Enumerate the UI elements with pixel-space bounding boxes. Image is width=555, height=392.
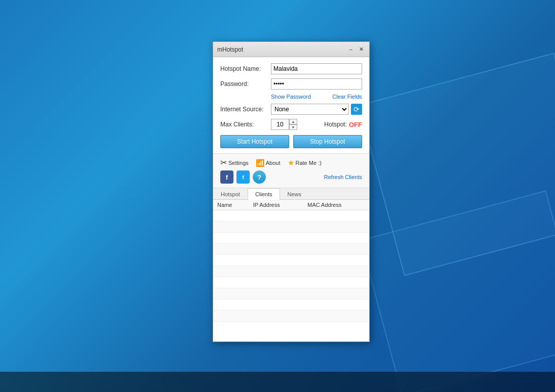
clients-input-wrap: ▲ ▼ <box>271 119 297 130</box>
clients-table-body <box>213 210 369 322</box>
tab-clients[interactable]: Clients <box>248 188 280 200</box>
form-section: Hotspot Name: Password: Show Password Cl… <box>213 57 369 154</box>
toolbar-row1: ✂ Settings 📶 About ★ Rate Me :) <box>220 158 362 167</box>
app-content: Hotspot Name: Password: Show Password Cl… <box>213 57 369 341</box>
clients-decrement[interactable]: ▼ <box>289 124 297 130</box>
refresh-clients-button[interactable]: Refresh Clients <box>324 174 362 180</box>
hotspot-status-display: Hotspot: OFF <box>324 121 362 128</box>
settings-toolbar-item[interactable]: ✂ Settings <box>220 158 249 167</box>
table-row <box>213 244 369 255</box>
password-label: Password: <box>220 80 271 88</box>
max-clients-label: Max Clients: <box>220 121 271 128</box>
password-links: Show Password Clear Fields <box>271 94 362 100</box>
settings-icon: ✂ <box>220 158 227 167</box>
about-toolbar-item[interactable]: 📶 About <box>256 159 281 167</box>
tabs-section: Hotspot Clients News Name IP Address MAC… <box>213 188 369 341</box>
twitter-button[interactable]: t <box>236 170 250 184</box>
table-row <box>213 233 369 244</box>
close-button[interactable]: ✕ <box>357 46 365 54</box>
hotspot-status-value: OFF <box>349 121 362 128</box>
col-header-ip: IP Address <box>249 200 304 210</box>
table-row <box>213 277 369 288</box>
table-row <box>213 299 369 311</box>
table-row <box>213 255 369 266</box>
internet-source-label: Internet Source: <box>220 106 271 113</box>
help-button[interactable]: ? <box>253 170 266 184</box>
wifi-icon: 📶 <box>256 159 264 167</box>
internet-source-row: Internet Source: None ⟳ <box>220 104 362 115</box>
clients-table-area: Name IP Address MAC Address <box>213 200 369 341</box>
hotspot-name-input[interactable] <box>271 63 362 74</box>
facebook-button[interactable]: f <box>220 170 233 184</box>
about-label: About <box>266 160 281 166</box>
clients-row: Max Clients: ▲ ▼ Hotspot: OFF <box>220 119 362 130</box>
tabs-header: Hotspot Clients News <box>213 188 369 200</box>
rate-toolbar-item[interactable]: ★ Rate Me :) <box>288 158 322 167</box>
show-password-button[interactable]: Show Password <box>271 94 311 100</box>
col-header-name: Name <box>213 200 249 210</box>
stop-hotspot-button[interactable]: Stop Hotspot <box>293 135 362 148</box>
hotspot-name-row: Hotspot Name: <box>220 63 362 74</box>
hotspot-status-label: Hotspot: <box>324 121 347 128</box>
tab-news[interactable]: News <box>280 188 309 200</box>
refresh-internet-button[interactable]: ⟳ <box>351 104 362 115</box>
clients-increment[interactable]: ▲ <box>289 119 297 124</box>
clear-fields-button[interactable]: Clear Fields <box>332 94 362 100</box>
star-icon: ★ <box>288 158 294 167</box>
action-buttons-row: Start Hotspot Stop Hotspot <box>220 135 362 148</box>
window-title: mHotspot <box>217 46 243 53</box>
password-input[interactable] <box>271 78 362 90</box>
hotspot-name-label: Hotspot Name: <box>220 65 271 72</box>
max-clients-input[interactable] <box>271 119 289 130</box>
table-row <box>213 311 369 322</box>
col-header-mac: MAC Address <box>303 200 369 210</box>
clients-spinner: ▲ ▼ <box>289 119 297 130</box>
table-row <box>213 288 369 299</box>
title-bar-controls: − ✕ <box>347 46 365 54</box>
app-window: mHotspot − ✕ Hotspot Name: Password: Sho… <box>213 41 370 342</box>
title-bar: mHotspot − ✕ <box>213 42 369 57</box>
taskbar <box>0 372 555 392</box>
toolbar-section: ✂ Settings 📶 About ★ Rate Me :) f t ? Re… <box>213 154 369 188</box>
clients-table: Name IP Address MAC Address <box>213 200 369 322</box>
minimize-button[interactable]: − <box>347 46 355 54</box>
table-row <box>213 266 369 277</box>
rate-label: Rate Me :) <box>296 160 322 166</box>
table-row <box>213 222 369 233</box>
table-row <box>213 210 369 222</box>
tab-hotspot[interactable]: Hotspot <box>213 188 248 200</box>
settings-label: Settings <box>228 160 249 166</box>
password-row: Password: <box>220 78 362 90</box>
internet-source-select[interactable]: None <box>271 104 349 115</box>
toolbar-row2: f t ? Refresh Clients <box>220 170 362 184</box>
start-hotspot-button[interactable]: Start Hotspot <box>220 135 289 148</box>
